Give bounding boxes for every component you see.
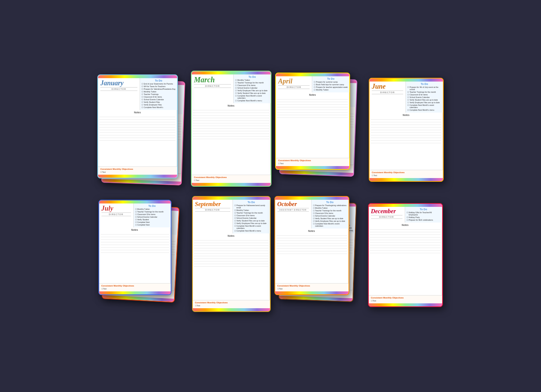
mar-notes-label: Notes bbox=[193, 104, 269, 107]
jul-title: July bbox=[101, 205, 131, 212]
jan-objectives-label: Consistent Monthly Objectives bbox=[100, 168, 175, 170]
jan-todo-2: W4 for Taxes for Teachers bbox=[142, 85, 176, 88]
sep-todo-4: Classroom $ for items bbox=[234, 214, 268, 217]
oct-role: ASSISTANT DIRECTOR bbox=[277, 208, 309, 212]
apr-may-stack: May DIRECTOR To Do Monthly Tuition Teach… bbox=[275, 73, 365, 192]
jan-todo-6: Classroom $ for items bbox=[142, 96, 176, 98]
jun-todo-2: Teacher Trainings for the month bbox=[407, 91, 441, 93]
dec-obj-1: Text bbox=[371, 300, 440, 302]
jun-todo-3: Classroom $ for items bbox=[407, 94, 441, 96]
apr-todo-header: To Do bbox=[314, 77, 348, 80]
jun-todo-5: Verify Student Files are up to date bbox=[407, 99, 441, 101]
oct-todo-1: Prepare for Thanksgiving celebrations bbox=[313, 204, 347, 206]
march-card: March DIRECTOR To Do Monthly Tuition Tea… bbox=[191, 71, 271, 187]
top-row: February DIRECTOR To Do Prepare school f… bbox=[97, 73, 444, 192]
mar-todo-7: Complete Next Month's event calendars bbox=[235, 95, 269, 99]
jul-todo-header: To Do bbox=[135, 205, 169, 207]
apr-notes-label: Notes bbox=[277, 94, 348, 96]
sep-todo-8: Complete Next Month's event calendars bbox=[234, 225, 268, 229]
dec-todo-1: Holiday Gifts for Teacher/All Employees bbox=[407, 211, 441, 216]
oct-obj-1: Text bbox=[277, 288, 346, 290]
mar-title: March bbox=[194, 76, 231, 83]
dec-todo-header: To Do bbox=[407, 208, 441, 211]
dec-todo-2: Holiday Party bbox=[407, 216, 441, 218]
jul-todo-5: Verify Student bbox=[135, 218, 169, 221]
jan-todo-3: Prepare for Valentines/Presidents Day bbox=[142, 88, 176, 90]
jun-todo-header: To Do bbox=[407, 83, 441, 85]
jul-objectives-label: Consistent Monthly Objectives bbox=[101, 285, 168, 287]
jul-obj-1: Text bbox=[101, 288, 168, 290]
oct-todo-7: Verify Employee Files are up to date bbox=[313, 220, 347, 222]
sep-todo-6: Verify Student Files are up to date bbox=[234, 220, 268, 222]
oct-todo-6: Verify Student Files are up to date bbox=[313, 217, 347, 220]
mar-todo-5: Verify Employee Files are up to date bbox=[235, 89, 269, 92]
jul-todo-6: Complete Next bbox=[135, 221, 169, 223]
jan-todo-4: Monthly Tuition bbox=[142, 91, 176, 93]
mar-objectives-label: Consistent Monthly Objectives bbox=[194, 176, 268, 178]
jul-notes-label: Notes bbox=[100, 229, 169, 231]
oct-todo-header: To Do bbox=[313, 201, 347, 203]
bottom-row: August DIRECTOR To Do Monthly Tuition Te… bbox=[98, 196, 443, 319]
june-card: June DIRECTOR To Do Prepare for 4th of J… bbox=[369, 78, 444, 182]
jul-todo-4: School Events Calendar bbox=[135, 216, 169, 218]
jan-obj-1: Text bbox=[100, 171, 175, 173]
jan-stack: February DIRECTOR To Do Prepare school f… bbox=[97, 74, 187, 190]
oct-nov-stack: November DIRECTOR To Do Prepare for holi… bbox=[274, 196, 364, 319]
mar-obj-1: Text bbox=[194, 179, 268, 181]
apr-title: April bbox=[278, 78, 310, 85]
jun-notes-label: Notes bbox=[371, 114, 441, 116]
jun-title: June bbox=[372, 83, 403, 90]
mar-todo-3: Classroom $ for items bbox=[235, 84, 269, 86]
jun-todo-6: Verify Employee Files are up to date bbox=[407, 101, 441, 104]
dec-title: December bbox=[371, 208, 402, 214]
september-card: September DIRECTOR To Do Prepare for Hal… bbox=[192, 196, 271, 312]
oct-todo-8: Complete Next Month's event calendars bbox=[313, 223, 347, 227]
sep-todo-1: Prepare for Halloween/send candy email bbox=[234, 204, 268, 209]
apr-obj-1: Text bbox=[278, 162, 347, 165]
dec-role: DIRECTOR bbox=[371, 215, 402, 219]
jun-objectives-label: Consistent Monthly Objectives bbox=[372, 171, 441, 174]
sep-title: September bbox=[195, 201, 230, 207]
jan-title: January bbox=[100, 80, 137, 86]
jan-todo-5: Teacher Trainings bbox=[142, 93, 176, 95]
dec-notes-label: Notes bbox=[370, 224, 441, 226]
mar-todo-4: School Events Calendar bbox=[235, 87, 269, 89]
jul-todo-7: Complete Next bbox=[135, 224, 169, 226]
jan-todo-9: Verify Employee Files bbox=[142, 104, 176, 106]
sep-todo-7: Verify Employee Files are up to date bbox=[234, 222, 268, 224]
jul-todo-1: Monthly Tuition bbox=[135, 208, 169, 210]
jun-todo-1: Prepare for 4th of July event at the sch… bbox=[407, 86, 441, 91]
apr-role: DIRECTOR bbox=[278, 85, 310, 89]
mar-todo-8: Complete Next Month's menu bbox=[235, 99, 269, 102]
jan-todo-10: Complete Next Month's bbox=[142, 106, 176, 108]
jun-todo-4: School Events Calendar bbox=[407, 96, 441, 98]
sep-todo-header: To Do bbox=[234, 201, 268, 203]
jun-todo-7: Complete Next Month's event calendars bbox=[407, 104, 441, 108]
apr-todo-2: Book Field trips for summer camp bbox=[314, 83, 348, 86]
mar-todo-6: Verify Student Files are up to date bbox=[235, 92, 269, 94]
oct-todo-2: Monthly Tuition bbox=[313, 207, 347, 209]
jun-todo-8: Complete Next Month's menu bbox=[407, 109, 441, 111]
dec-objectives-label: Consistent Monthly Objectives bbox=[371, 297, 440, 299]
sep-todo-5: School Events Calendar bbox=[234, 217, 268, 219]
jun-role: DIRECTOR bbox=[372, 91, 403, 94]
july-card: July DIRECTOR To Do Monthly Tuition Teac… bbox=[98, 200, 171, 295]
jan-notes-label: Notes bbox=[99, 111, 176, 114]
apr-todo-1: Prepare for summer camp bbox=[314, 81, 348, 83]
sep-todo-3: Teacher Trainings for the month bbox=[234, 212, 268, 214]
mar-todo-2: Teacher Trainings for the month bbox=[235, 82, 269, 84]
april-card: April DIRECTOR To Do Prepare for summer … bbox=[275, 73, 350, 170]
jul-role: DIRECTOR bbox=[101, 212, 131, 216]
mar-todo-header: To Do bbox=[235, 76, 269, 78]
main-container: February DIRECTOR To Do Prepare school f… bbox=[0, 0, 541, 392]
december-card: December DIRECTOR To Do Holiday Gifts fo… bbox=[368, 203, 443, 307]
jan-todo-1: End of year Statements for Parents bbox=[142, 83, 176, 85]
jan-todo-7: School Events Calendar bbox=[142, 98, 176, 101]
sep-todo-2: Monthly Tuition bbox=[234, 209, 268, 211]
jul-todo-2: Teacher Trainings for the month bbox=[135, 211, 169, 213]
oct-notes-label: Notes bbox=[276, 230, 347, 232]
apr-objectives-label: Consistent Monthly Objectives bbox=[278, 159, 347, 162]
sep-notes-label: Notes bbox=[194, 235, 268, 237]
jan-role: DIRECTOR bbox=[100, 87, 137, 91]
dec-todo-3: Prepare for MLK celebrations bbox=[407, 219, 441, 221]
